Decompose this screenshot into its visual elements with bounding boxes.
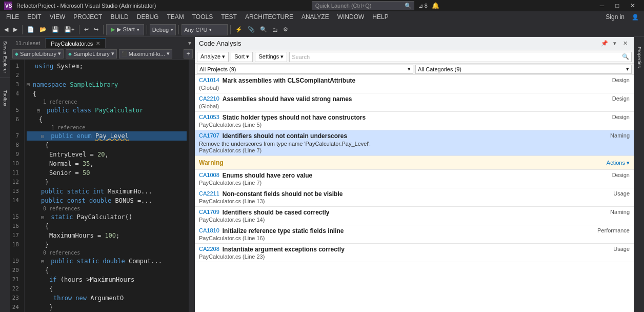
properties-tab[interactable]: Properties [634,37,644,78]
solution-explorer-icon[interactable]: 🗂 [270,24,280,35]
quick-launch-icon: 🔍 [402,3,414,9]
save-all-button[interactable]: 💾+ [62,24,76,35]
menu-debug[interactable]: DEBUG [133,11,163,23]
menu-file[interactable]: FILE [2,11,23,23]
menu-tools[interactable]: TOOLS [188,11,217,23]
editor-scrollbar[interactable] [189,60,195,312]
ca-dropdown-button[interactable]: ▾ [610,39,619,48]
ca-item-1707[interactable]: CA1707 Identifiers should not contain un… [195,130,634,156]
server-explorer-tab[interactable]: Server Explorer [0,37,10,78]
menu-project[interactable]: PROJECT [69,11,106,23]
line-22: 22 [10,284,22,294]
ca-item-1053[interactable]: CA1053 Static holder types should not ha… [195,112,634,130]
line-14: 14 [10,196,22,205]
attach-icon[interactable]: 📎 [246,24,257,35]
code-analysis-filters: All Projects (9) ▾ All Categories (9) ▾ [195,64,634,75]
menu-edit[interactable]: EDIT [23,11,45,23]
ca-item-1014[interactable]: CA1014 Mark assemblies with CLSCompliant… [195,75,634,93]
debug-mode-dropdown[interactable]: Debug ▾ [150,24,176,35]
code-line-1: using System; [27,62,187,71]
line-9: 9 [10,150,22,159]
analyze-button[interactable]: Analyze ▾ [197,52,229,62]
code-line-17: MaximumHours = 100; [27,231,187,240]
add-button[interactable]: + [184,49,193,59]
class-dropdown[interactable]: ◆ SampleLibrary ▾ [12,49,64,59]
ca-actions-link[interactable]: Actions ▾ [607,160,630,166]
member-icon-2: ◆ [68,51,72,56]
sort-button[interactable]: Sort ▾ [231,52,253,62]
expand-icon-15[interactable]: ⊟ [41,213,47,222]
ca-item-1709[interactable]: CA1709 Identifiers should be cased corre… [195,207,634,225]
perf-icon[interactable]: ⚡ [233,24,245,35]
code-line-15: ⊟ static PayCalculator() [27,212,187,222]
toolbox-tab[interactable]: Toolbox [0,78,10,119]
save-button[interactable]: 💾 [50,24,61,35]
props-icon[interactable]: ⚙ [281,24,290,35]
menu-build[interactable]: BUILD [106,11,132,23]
tab-menu-button[interactable]: ▾ [185,38,195,48]
ca-item-1810-header: CA1810 Initialize reference type static … [199,227,630,235]
ca-item-2210[interactable]: CA2210 Assemblies should have valid stro… [195,93,634,112]
projects-filter[interactable]: All Projects (9) ▾ [197,65,413,74]
line-10: 10 [10,159,22,168]
close-button[interactable]: ✕ [626,0,640,11]
menu-test[interactable]: TEST [217,11,241,23]
expand-icon-5[interactable]: ⊟ [37,106,43,115]
restore-button[interactable]: □ [610,0,625,11]
expand-icon-19[interactable]: ⊟ [41,257,47,266]
tab-close-icon[interactable]: ✕ [96,41,100,46]
ca-item-2211[interactable]: CA2211 Non-constant fields should not be… [195,188,634,207]
code-analysis-panel: Code Analysis 📌 ▾ ✕ Analyze ▾ Sort ▾ Set… [195,37,634,312]
tab-ruleset[interactable]: 11.ruleset [10,38,46,48]
line-ref-3 [10,205,22,212]
code-content[interactable]: using System; ⊟ namespace SampleLibrary … [25,60,189,312]
forward-button[interactable]: ▶ [11,24,19,35]
new-project-button[interactable]: 📄 [25,24,36,35]
notifications-icon[interactable]: 🔔 [432,2,439,9]
line-15: 15 [10,212,22,222]
expand-icon-3[interactable]: ⊟ [27,80,33,89]
ca-item-2208[interactable]: CA2208 Instantiate argument exceptions c… [195,244,634,262]
menu-help[interactable]: HELP [368,11,392,23]
method-dropdown[interactable]: ⬛ MaximumHo... ▾ [119,49,172,59]
toolbar-separator-3 [103,25,104,34]
menu-architecture[interactable]: ARCHITECTURE [241,11,297,23]
menu-team[interactable]: TEAM [163,11,188,23]
categories-filter[interactable]: All Categories (9) ▾ [415,65,632,74]
platform-dropdown[interactable]: Any CPU ▾ [182,24,228,35]
line-2: 2 [10,71,22,80]
toolbar-separator-6 [230,25,231,34]
ca-search-box[interactable]: Search 🔍 [289,52,632,62]
ca-pin-button[interactable]: 📌 [600,39,609,48]
ca-loc-1008: PayCalculator.cs (Line 7) [199,180,630,186]
menu-analyze[interactable]: ANALYZE [297,11,333,23]
quick-launch-input[interactable]: Quick Launch (Ctrl+Q) [312,3,402,9]
code-line-16: { [27,222,187,231]
code-line-8: { [27,141,187,150]
expand-icon-7[interactable]: ⊟ [41,132,47,141]
ca-item-1810[interactable]: CA1810 Initialize reference type static … [195,225,634,244]
undo-button[interactable]: ↩ [82,24,91,35]
line-23: 23 [10,294,22,303]
ca-item-2210-header: CA2210 Assemblies should have valid stro… [199,95,630,103]
toolbar-separator [22,25,23,34]
ca-item-1008[interactable]: CA1008 Enums should have zero value Desi… [195,170,634,188]
start-button[interactable]: ▶ ▶ Start ▾ [106,24,144,35]
signin-button[interactable]: Sign in [601,11,629,23]
settings-button[interactable]: Settings ▾ [255,52,287,62]
right-sidebar: Properties [634,37,644,312]
ca-close-button[interactable]: ✕ [620,39,630,48]
analyze-icon[interactable]: 🔍 [258,24,269,35]
member-dropdown-2[interactable]: ◆ SampleLibrary ▾ [66,49,117,59]
user-account-icon[interactable]: 👤 [629,14,642,21]
code-line-21: if (hours >MaximumHours [27,275,187,284]
back-button[interactable]: ◀ [2,24,10,35]
code-line-5: ⊟ public class PayCalculator [27,106,187,115]
tab-paycalculator[interactable]: PayCalculator.cs ✕ [46,38,106,48]
minimize-button[interactable]: ─ [595,0,609,11]
menu-view[interactable]: VIEW [46,11,70,23]
menu-window[interactable]: WINDOW [333,11,369,23]
open-button[interactable]: 📂 [37,24,49,35]
main-toolbar: ◀ ▶ 📄 📂 💾 💾+ ↩ ↪ ▶ ▶ Start ▾ Debug ▾ Any… [0,23,644,37]
redo-button[interactable]: ↪ [92,24,100,35]
